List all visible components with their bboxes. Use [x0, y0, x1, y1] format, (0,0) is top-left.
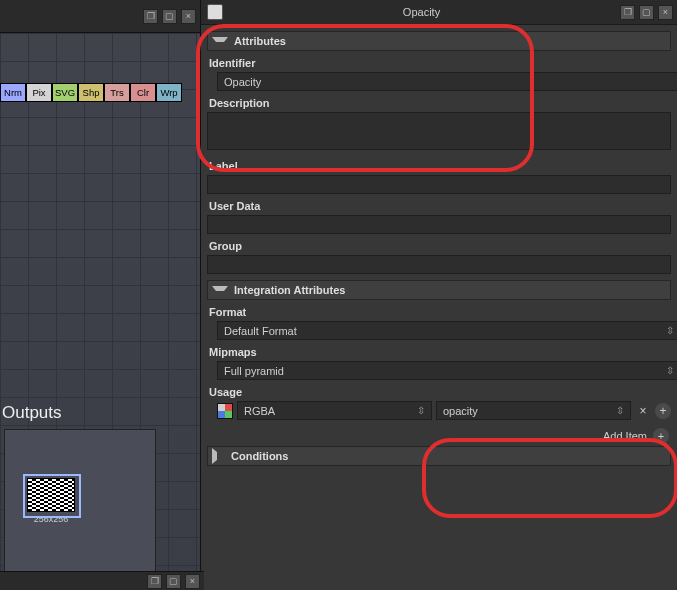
inspector-pane: Opacity ❐ ▢ × Attributes Identifier Desc…: [201, 0, 677, 590]
outputs-heading: Outputs: [2, 403, 62, 423]
usage-name-select[interactable]: opacity ⇳: [436, 401, 631, 420]
tool-chip-svg[interactable]: SVG: [52, 83, 78, 102]
outputs-box[interactable]: 256x256: [4, 429, 156, 575]
graph-pane-header: ❐ ▢ ×: [0, 0, 200, 33]
close-icon[interactable]: ×: [185, 574, 200, 589]
label-label: Label: [209, 160, 671, 172]
tool-chip-trs[interactable]: Trs: [104, 83, 130, 102]
tool-chip-wrp[interactable]: Wrp: [156, 83, 182, 102]
updown-icon: ⇳: [666, 365, 674, 376]
add-item-button[interactable]: +: [653, 428, 669, 444]
maximize-icon[interactable]: ▢: [639, 5, 654, 20]
chevron-down-icon: [212, 37, 228, 50]
group-input[interactable]: [207, 255, 671, 274]
maximize-icon[interactable]: ▢: [162, 9, 177, 24]
add-usage-button[interactable]: +: [655, 403, 671, 419]
updown-icon: ⇳: [417, 405, 425, 416]
section-header-attributes[interactable]: Attributes: [207, 31, 671, 51]
section-title: Attributes: [234, 35, 286, 47]
usage-row: RGBA ⇳ opacity ⇳ × +: [217, 401, 671, 420]
graph-canvas[interactable]: Nrm Pix SVG Shp Trs Clr Wrp Outputs 256x…: [0, 33, 200, 590]
label-input[interactable]: [207, 175, 671, 194]
label-description: Description: [209, 97, 671, 109]
popout-icon[interactable]: ❐: [147, 574, 162, 589]
label-group: Group: [209, 240, 671, 252]
userdata-input[interactable]: [207, 215, 671, 234]
identifier-input[interactable]: [217, 72, 677, 91]
inspector-titlebar: Opacity ❐ ▢ ×: [201, 0, 677, 25]
inspector-title: Opacity: [223, 6, 620, 18]
usage-name-value: opacity: [443, 405, 478, 417]
label-userdata: User Data: [209, 200, 671, 212]
usage-channel-select[interactable]: RGBA ⇳: [237, 401, 432, 420]
mipmaps-value: Full pyramid: [224, 365, 284, 377]
output-node[interactable]: 256x256: [27, 478, 75, 524]
label-identifier: Identifier: [209, 57, 671, 69]
label-mipmaps: Mipmaps: [209, 346, 671, 358]
popout-icon[interactable]: ❐: [143, 9, 158, 24]
label-usage: Usage: [209, 386, 671, 398]
section-title: Integration Attributes: [234, 284, 345, 296]
section-header-integration[interactable]: Integration Attributes: [207, 280, 671, 300]
tool-chip-shp[interactable]: Shp: [78, 83, 104, 102]
inspector-body: Attributes Identifier Description Label …: [201, 25, 677, 590]
updown-icon: ⇳: [616, 405, 624, 416]
section-header-conditions[interactable]: Conditions: [207, 446, 671, 466]
close-icon[interactable]: ×: [658, 5, 673, 20]
output-node-thumbnail: [27, 478, 75, 512]
tool-strip: Nrm Pix SVG Shp Trs Clr Wrp: [0, 83, 182, 102]
usage-channel-value: RGBA: [244, 405, 275, 417]
chevron-down-icon: [212, 286, 228, 299]
add-item-row[interactable]: Add Item +: [207, 428, 669, 444]
maximize-icon[interactable]: ▢: [166, 574, 181, 589]
mipmaps-select[interactable]: Full pyramid ⇳: [217, 361, 677, 380]
document-icon: [207, 4, 223, 20]
tool-chip-pix[interactable]: Pix: [26, 83, 52, 102]
format-select[interactable]: Default Format ⇳: [217, 321, 677, 340]
description-input[interactable]: [207, 112, 671, 150]
output-node-size: 256x256: [27, 514, 75, 524]
section-title: Conditions: [231, 450, 288, 462]
updown-icon: ⇳: [666, 325, 674, 336]
close-icon[interactable]: ×: [181, 9, 196, 24]
tool-chip-clr[interactable]: Clr: [130, 83, 156, 102]
label-format: Format: [209, 306, 671, 318]
graph-pane: ❐ ▢ × Nrm Pix SVG Shp Trs Clr Wrp Output…: [0, 0, 201, 590]
remove-usage-button[interactable]: ×: [635, 404, 651, 418]
popout-icon[interactable]: ❐: [620, 5, 635, 20]
graph-pane-footer: ❐ ▢ ×: [0, 571, 204, 590]
chevron-right-icon: [212, 448, 225, 464]
rgba-icon: [217, 403, 233, 419]
format-value: Default Format: [224, 325, 297, 337]
add-item-label: Add Item: [603, 430, 647, 442]
tool-chip-nrm[interactable]: Nrm: [0, 83, 26, 102]
